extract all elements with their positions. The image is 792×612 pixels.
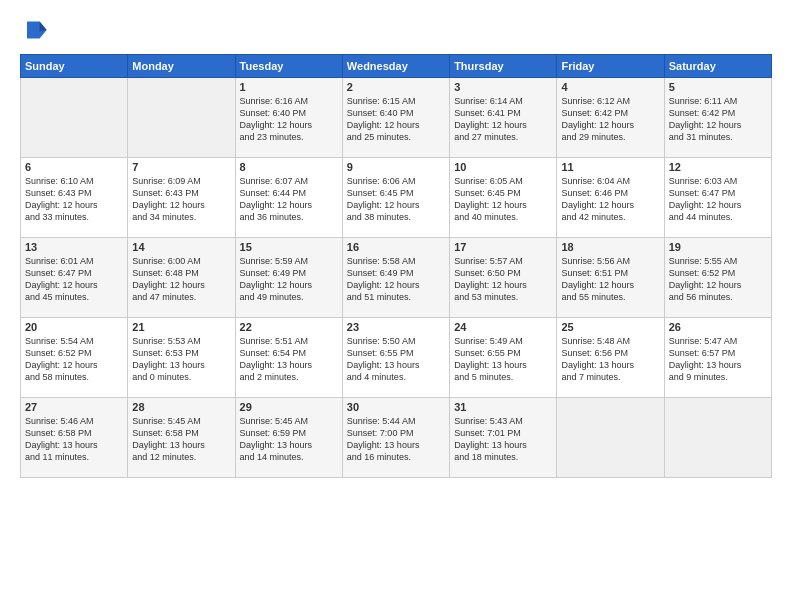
day-number: 13: [25, 241, 123, 253]
calendar-cell: 26Sunrise: 5:47 AM Sunset: 6:57 PM Dayli…: [664, 318, 771, 398]
header-thursday: Thursday: [450, 55, 557, 78]
calendar-cell: 25Sunrise: 5:48 AM Sunset: 6:56 PM Dayli…: [557, 318, 664, 398]
week-row-3: 20Sunrise: 5:54 AM Sunset: 6:52 PM Dayli…: [21, 318, 772, 398]
header-row: SundayMondayTuesdayWednesdayThursdayFrid…: [21, 55, 772, 78]
calendar-cell: 14Sunrise: 6:00 AM Sunset: 6:48 PM Dayli…: [128, 238, 235, 318]
day-number: 12: [669, 161, 767, 173]
calendar-cell: [128, 78, 235, 158]
day-number: 21: [132, 321, 230, 333]
day-number: 4: [561, 81, 659, 93]
day-info: Sunrise: 5:45 AM Sunset: 6:58 PM Dayligh…: [132, 415, 230, 464]
day-info: Sunrise: 6:01 AM Sunset: 6:47 PM Dayligh…: [25, 255, 123, 304]
calendar-cell: 27Sunrise: 5:46 AM Sunset: 6:58 PM Dayli…: [21, 398, 128, 478]
day-number: 1: [240, 81, 338, 93]
day-number: 23: [347, 321, 445, 333]
day-info: Sunrise: 5:49 AM Sunset: 6:55 PM Dayligh…: [454, 335, 552, 384]
day-info: Sunrise: 6:14 AM Sunset: 6:41 PM Dayligh…: [454, 95, 552, 144]
header-saturday: Saturday: [664, 55, 771, 78]
day-info: Sunrise: 5:45 AM Sunset: 6:59 PM Dayligh…: [240, 415, 338, 464]
calendar-cell: 31Sunrise: 5:43 AM Sunset: 7:01 PM Dayli…: [450, 398, 557, 478]
day-number: 31: [454, 401, 552, 413]
day-number: 30: [347, 401, 445, 413]
calendar-cell: 15Sunrise: 5:59 AM Sunset: 6:49 PM Dayli…: [235, 238, 342, 318]
day-info: Sunrise: 5:58 AM Sunset: 6:49 PM Dayligh…: [347, 255, 445, 304]
day-info: Sunrise: 6:10 AM Sunset: 6:43 PM Dayligh…: [25, 175, 123, 224]
day-info: Sunrise: 5:51 AM Sunset: 6:54 PM Dayligh…: [240, 335, 338, 384]
calendar-cell: 23Sunrise: 5:50 AM Sunset: 6:55 PM Dayli…: [342, 318, 449, 398]
day-number: 29: [240, 401, 338, 413]
day-number: 16: [347, 241, 445, 253]
calendar-cell: 10Sunrise: 6:05 AM Sunset: 6:45 PM Dayli…: [450, 158, 557, 238]
day-number: 26: [669, 321, 767, 333]
day-number: 2: [347, 81, 445, 93]
day-info: Sunrise: 5:57 AM Sunset: 6:50 PM Dayligh…: [454, 255, 552, 304]
day-info: Sunrise: 5:44 AM Sunset: 7:00 PM Dayligh…: [347, 415, 445, 464]
day-number: 19: [669, 241, 767, 253]
calendar-cell: 3Sunrise: 6:14 AM Sunset: 6:41 PM Daylig…: [450, 78, 557, 158]
generalblue-logo-icon: [20, 16, 48, 44]
week-row-2: 13Sunrise: 6:01 AM Sunset: 6:47 PM Dayli…: [21, 238, 772, 318]
day-info: Sunrise: 6:07 AM Sunset: 6:44 PM Dayligh…: [240, 175, 338, 224]
day-number: 11: [561, 161, 659, 173]
day-info: Sunrise: 6:04 AM Sunset: 6:46 PM Dayligh…: [561, 175, 659, 224]
day-number: 15: [240, 241, 338, 253]
calendar-cell: 30Sunrise: 5:44 AM Sunset: 7:00 PM Dayli…: [342, 398, 449, 478]
calendar-table: SundayMondayTuesdayWednesdayThursdayFrid…: [20, 54, 772, 478]
day-number: 14: [132, 241, 230, 253]
day-number: 3: [454, 81, 552, 93]
day-info: Sunrise: 5:46 AM Sunset: 6:58 PM Dayligh…: [25, 415, 123, 464]
day-number: 10: [454, 161, 552, 173]
calendar-cell: 28Sunrise: 5:45 AM Sunset: 6:58 PM Dayli…: [128, 398, 235, 478]
day-info: Sunrise: 6:06 AM Sunset: 6:45 PM Dayligh…: [347, 175, 445, 224]
day-number: 27: [25, 401, 123, 413]
day-info: Sunrise: 6:16 AM Sunset: 6:40 PM Dayligh…: [240, 95, 338, 144]
calendar-cell: 20Sunrise: 5:54 AM Sunset: 6:52 PM Dayli…: [21, 318, 128, 398]
calendar-cell: 8Sunrise: 6:07 AM Sunset: 6:44 PM Daylig…: [235, 158, 342, 238]
day-info: Sunrise: 5:56 AM Sunset: 6:51 PM Dayligh…: [561, 255, 659, 304]
day-info: Sunrise: 5:47 AM Sunset: 6:57 PM Dayligh…: [669, 335, 767, 384]
calendar-cell: [557, 398, 664, 478]
day-info: Sunrise: 6:11 AM Sunset: 6:42 PM Dayligh…: [669, 95, 767, 144]
day-number: 22: [240, 321, 338, 333]
day-number: 5: [669, 81, 767, 93]
calendar-cell: 18Sunrise: 5:56 AM Sunset: 6:51 PM Dayli…: [557, 238, 664, 318]
header-tuesday: Tuesday: [235, 55, 342, 78]
calendar-cell: 24Sunrise: 5:49 AM Sunset: 6:55 PM Dayli…: [450, 318, 557, 398]
day-info: Sunrise: 5:50 AM Sunset: 6:55 PM Dayligh…: [347, 335, 445, 384]
day-info: Sunrise: 5:54 AM Sunset: 6:52 PM Dayligh…: [25, 335, 123, 384]
page: SundayMondayTuesdayWednesdayThursdayFrid…: [0, 0, 792, 488]
calendar-cell: 9Sunrise: 6:06 AM Sunset: 6:45 PM Daylig…: [342, 158, 449, 238]
day-info: Sunrise: 5:43 AM Sunset: 7:01 PM Dayligh…: [454, 415, 552, 464]
svg-marker-2: [40, 22, 47, 32]
calendar-cell: 13Sunrise: 6:01 AM Sunset: 6:47 PM Dayli…: [21, 238, 128, 318]
calendar-cell: 4Sunrise: 6:12 AM Sunset: 6:42 PM Daylig…: [557, 78, 664, 158]
day-number: 20: [25, 321, 123, 333]
calendar-cell: [21, 78, 128, 158]
calendar-cell: 1Sunrise: 6:16 AM Sunset: 6:40 PM Daylig…: [235, 78, 342, 158]
week-row-0: 1Sunrise: 6:16 AM Sunset: 6:40 PM Daylig…: [21, 78, 772, 158]
calendar-cell: 16Sunrise: 5:58 AM Sunset: 6:49 PM Dayli…: [342, 238, 449, 318]
calendar-cell: 21Sunrise: 5:53 AM Sunset: 6:53 PM Dayli…: [128, 318, 235, 398]
day-info: Sunrise: 5:48 AM Sunset: 6:56 PM Dayligh…: [561, 335, 659, 384]
day-info: Sunrise: 6:09 AM Sunset: 6:43 PM Dayligh…: [132, 175, 230, 224]
day-info: Sunrise: 5:53 AM Sunset: 6:53 PM Dayligh…: [132, 335, 230, 384]
day-number: 9: [347, 161, 445, 173]
day-info: Sunrise: 6:03 AM Sunset: 6:47 PM Dayligh…: [669, 175, 767, 224]
header-friday: Friday: [557, 55, 664, 78]
day-number: 7: [132, 161, 230, 173]
day-number: 8: [240, 161, 338, 173]
logo: [20, 16, 52, 44]
calendar-cell: 22Sunrise: 5:51 AM Sunset: 6:54 PM Dayli…: [235, 318, 342, 398]
header-sunday: Sunday: [21, 55, 128, 78]
day-number: 28: [132, 401, 230, 413]
header-wednesday: Wednesday: [342, 55, 449, 78]
header-monday: Monday: [128, 55, 235, 78]
day-number: 24: [454, 321, 552, 333]
calendar-cell: 2Sunrise: 6:15 AM Sunset: 6:40 PM Daylig…: [342, 78, 449, 158]
day-number: 25: [561, 321, 659, 333]
day-info: Sunrise: 6:05 AM Sunset: 6:45 PM Dayligh…: [454, 175, 552, 224]
day-info: Sunrise: 6:15 AM Sunset: 6:40 PM Dayligh…: [347, 95, 445, 144]
calendar-cell: 11Sunrise: 6:04 AM Sunset: 6:46 PM Dayli…: [557, 158, 664, 238]
calendar-cell: 6Sunrise: 6:10 AM Sunset: 6:43 PM Daylig…: [21, 158, 128, 238]
calendar-cell: 29Sunrise: 5:45 AM Sunset: 6:59 PM Dayli…: [235, 398, 342, 478]
